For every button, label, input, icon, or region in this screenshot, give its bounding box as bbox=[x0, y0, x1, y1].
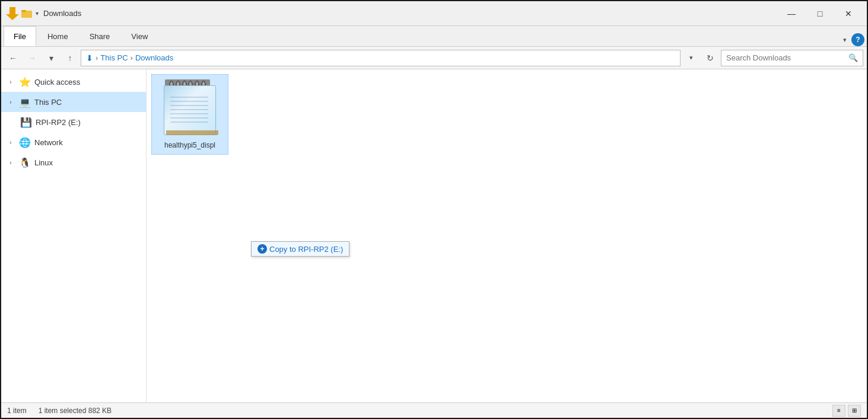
notepad-icon bbox=[160, 79, 220, 139]
this-pc-chevron: › bbox=[6, 99, 15, 105]
status-bar: 1 item 1 item selected 882 KB ≡ ⊞ bbox=[1, 402, 867, 418]
notepad-line-1 bbox=[170, 97, 208, 98]
title-text: Downloads bbox=[43, 9, 81, 18]
folder-icon bbox=[21, 8, 32, 19]
quick-access-chevron: › bbox=[6, 79, 15, 85]
svg-rect-2 bbox=[21, 10, 26, 12]
notepad-line-7 bbox=[170, 121, 208, 123]
network-icon: 🌐 bbox=[19, 137, 31, 148]
linux-label: Linux bbox=[34, 158, 53, 167]
file-label: healthypi5_displ bbox=[164, 141, 215, 149]
svg-marker-0 bbox=[6, 7, 19, 20]
title-bar-controls: — □ ✕ bbox=[778, 5, 862, 23]
search-icon: 🔍 bbox=[848, 53, 858, 62]
notepad-line-4 bbox=[170, 109, 208, 110]
title-bar-chevron: ▾ bbox=[36, 10, 39, 17]
download-icon bbox=[6, 7, 19, 20]
sidebar-item-linux[interactable]: › 🐧 Linux bbox=[1, 152, 146, 172]
notepad-body bbox=[164, 85, 216, 135]
search-box[interactable]: 🔍 bbox=[721, 50, 863, 66]
file-item-healthypi5[interactable]: healthypi5_displ bbox=[151, 74, 228, 155]
main-content: › ⭐ Quick access › 💻 This PC 💾 RPI-RP2 (… bbox=[1, 69, 867, 402]
copy-plus-label: + bbox=[260, 245, 264, 253]
path-arrow-icon: ⬇ bbox=[86, 53, 93, 63]
path-separator-2: › bbox=[131, 53, 133, 62]
quick-access-icon: ⭐ bbox=[19, 76, 31, 88]
maximize-button[interactable]: □ bbox=[806, 5, 834, 23]
this-pc-label: This PC bbox=[34, 98, 62, 107]
window: ▾ Downloads — □ ✕ File Home Share View ▾… bbox=[0, 0, 868, 419]
copy-tooltip-text: Copy to RPI-RP2 (E:) bbox=[269, 245, 343, 254]
ribbon-collapse-icon[interactable]: ▾ bbox=[841, 34, 849, 46]
network-chevron: › bbox=[6, 139, 15, 146]
tab-view[interactable]: View bbox=[121, 26, 158, 46]
grid-view-button[interactable]: ⊞ bbox=[848, 405, 861, 417]
rpi-rp2-icon: 💾 bbox=[20, 117, 32, 128]
sidebar-item-network[interactable]: › 🌐 Network bbox=[1, 132, 146, 152]
status-right: ≡ ⊞ bbox=[832, 405, 861, 417]
sidebar-item-quick-access[interactable]: › ⭐ Quick access bbox=[1, 72, 146, 92]
sidebar-item-rpi-rp2[interactable]: 💾 RPI-RP2 (E:) bbox=[1, 112, 146, 132]
ribbon-end: ▾ ? bbox=[841, 33, 864, 46]
path-downloads[interactable]: Downloads bbox=[135, 53, 173, 62]
address-dropdown-button[interactable]: ▾ bbox=[683, 50, 700, 66]
tab-share[interactable]: Share bbox=[80, 26, 120, 46]
up-button[interactable]: ↑ bbox=[62, 50, 78, 66]
search-input[interactable] bbox=[726, 53, 848, 62]
this-pc-icon: 💻 bbox=[19, 97, 31, 108]
help-button[interactable]: ? bbox=[851, 33, 864, 46]
recent-locations-button[interactable]: ▾ bbox=[43, 50, 59, 66]
linux-icon: 🐧 bbox=[19, 157, 31, 168]
ribbon: File Home Share View ▾ ? bbox=[1, 26, 867, 47]
notepad-line-3 bbox=[170, 105, 208, 106]
sidebar: › ⭐ Quick access › 💻 This PC 💾 RPI-RP2 (… bbox=[1, 69, 147, 402]
title-bar: ▾ Downloads — □ ✕ bbox=[1, 1, 867, 26]
path-this-pc[interactable]: This PC bbox=[100, 53, 128, 62]
sidebar-item-this-pc[interactable]: › 💻 This PC bbox=[1, 92, 146, 112]
notepad-line-6 bbox=[170, 117, 208, 119]
list-view-button[interactable]: ≡ bbox=[832, 405, 845, 417]
close-button[interactable]: ✕ bbox=[835, 5, 862, 23]
network-label: Network bbox=[34, 138, 63, 147]
notepad-line-5 bbox=[170, 113, 208, 114]
quick-access-label: Quick access bbox=[34, 78, 80, 87]
path-separator-1: › bbox=[96, 53, 98, 62]
item-count: 1 item bbox=[7, 407, 27, 415]
notepad-shadow bbox=[166, 130, 218, 135]
tab-home[interactable]: Home bbox=[37, 26, 78, 46]
file-area[interactable]: healthypi5_displ + Copy to RPI-RP2 (E:) bbox=[147, 69, 867, 402]
notepad-lines bbox=[170, 97, 208, 126]
rpi-rp2-label: RPI-RP2 (E:) bbox=[36, 118, 81, 127]
back-button[interactable]: ← bbox=[5, 50, 21, 66]
copy-plus-icon: + bbox=[257, 244, 267, 254]
minimize-button[interactable]: — bbox=[778, 5, 805, 23]
ribbon-tabs: File Home Share View ▾ ? bbox=[1, 26, 867, 46]
notepad-line-2 bbox=[170, 101, 208, 102]
linux-chevron: › bbox=[6, 159, 15, 166]
address-path[interactable]: ⬇ › This PC › Downloads bbox=[81, 50, 681, 66]
address-bar: ← → ▾ ↑ ⬇ › This PC › Downloads ▾ ↻ 🔍 bbox=[1, 47, 867, 69]
refresh-button[interactable]: ↻ bbox=[702, 50, 718, 66]
forward-button[interactable]: → bbox=[24, 50, 40, 66]
drag-tooltip: + Copy to RPI-RP2 (E:) bbox=[251, 241, 349, 257]
selected-info: 1 item selected 882 KB bbox=[39, 407, 112, 415]
status-left: 1 item 1 item selected 882 KB bbox=[7, 407, 832, 415]
title-bar-icons: ▾ bbox=[6, 7, 40, 20]
tab-file[interactable]: File bbox=[4, 26, 36, 46]
